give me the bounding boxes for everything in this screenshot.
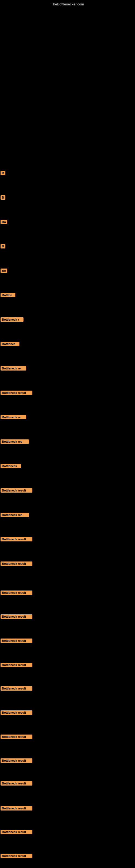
bottleneck-result-label: Bottleneck result [1, 614, 32, 619]
bottleneck-result-label: Bottleneck result [1, 488, 32, 493]
bottleneck-result-label: Bottleneck [1, 464, 21, 468]
bottleneck-result-label: Bottleneck result [1, 663, 32, 667]
bottleneck-result-label: Bo [1, 269, 7, 273]
bottleneck-result-label: Bottleneck result [1, 758, 32, 763]
bottleneck-result-label: Bottleneck re [1, 415, 26, 420]
bottleneck-result-label: Bottleneck result [1, 830, 32, 834]
bottleneck-result-label: Bottleneck result [1, 854, 32, 858]
bottleneck-result-label: Bottlenec [1, 342, 19, 346]
bottleneck-result-label: Bottleneck result [1, 686, 32, 691]
bottleneck-result-label: Bottleneck result [1, 735, 32, 739]
bottleneck-result-label: Bottleneck result [1, 639, 32, 643]
bottleneck-result-label: Bottleneck result [1, 537, 32, 541]
bottleneck-result-label: Bottleneck re [1, 366, 26, 371]
bottleneck-result-label: Bo [1, 220, 7, 224]
bottleneck-result-label: B [1, 195, 5, 199]
bottleneck-result-label: B [1, 244, 5, 248]
bottleneck-result-label: Bottleneck r [1, 317, 24, 322]
bottleneck-result-label: B [1, 171, 5, 175]
bottleneck-result-label: Bottleneck result [1, 781, 32, 785]
bottleneck-result-label: Bottleneck result [1, 806, 32, 810]
bottleneck-result-label: Bottlen [1, 293, 15, 297]
bottleneck-result-label: Bottleneck result [1, 391, 32, 395]
bottleneck-result-label: Bottleneck result [1, 710, 32, 715]
bottleneck-result-label: Bottleneck res [1, 439, 29, 444]
bottleneck-result-label: Bottleneck result [1, 590, 32, 595]
site-title: TheBottlenecker.com [51, 2, 84, 6]
bottleneck-result-label: Bottleneck res [1, 513, 29, 517]
bottleneck-result-label: Bottleneck result [1, 561, 32, 566]
